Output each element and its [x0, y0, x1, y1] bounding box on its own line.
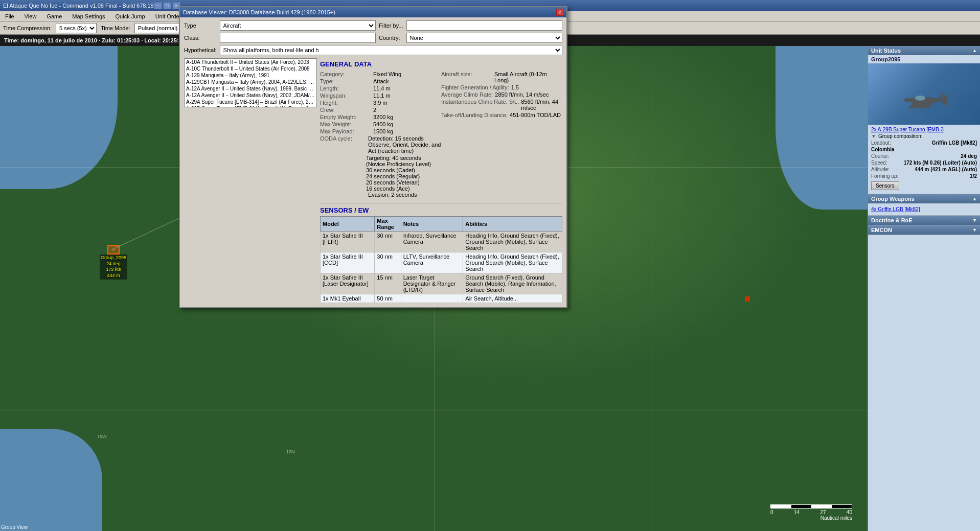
sensor-cell-abilities: Heading Info, Ground Search (Fixed), Gro…: [463, 252, 562, 273]
empty-weight-value: 3200 kg: [373, 114, 393, 120]
db-type-select[interactable]: Aircraft: [220, 20, 376, 31]
scale-seg-2: [791, 504, 811, 509]
sensors-button[interactable]: Sensors: [871, 181, 899, 190]
db-toolbar: Type Aircraft Filter by... Class: Countr…: [180, 17, 566, 58]
aircraft-list-item[interactable]: A-12A Avenger II – United States (Navy),…: [185, 85, 316, 92]
db-dialog-title: Database Viewer: DB3000 Database Build 4…: [183, 9, 556, 15]
db-hypothetical-label: Hypothetical:: [184, 47, 217, 53]
course-value: 24 deg: [961, 153, 977, 159]
aircraft-list-item[interactable]: A-29B Super Tucano [EMB-314] – Brazil (A…: [185, 105, 316, 107]
type-row: Type: Attack: [320, 78, 441, 84]
forming-row: Forming up: 1/2: [871, 173, 977, 179]
menu-file[interactable]: File: [2, 13, 17, 20]
sensor-cell-max_range: 30 nm: [375, 252, 401, 273]
db-close-button[interactable]: ×: [556, 9, 563, 16]
aircraft-list-item[interactable]: A-29A Super Tucano [EMB-314] – Brazil (A…: [185, 99, 316, 105]
db-class-label: Class:: [184, 35, 217, 41]
scale-label-27: 27: [820, 510, 826, 515]
group-weapons-chevron: ▲: [972, 196, 977, 201]
map-label-75w: 75W: [97, 434, 107, 439]
menu-map-settings[interactable]: Map Settings: [69, 13, 108, 20]
sensor-cell-max_range: 15 nm: [375, 273, 401, 294]
scale-seg-1: [770, 504, 791, 509]
db-country-select[interactable]: None: [406, 33, 562, 43]
maximize-button[interactable]: □: [163, 2, 171, 9]
group-composition-chevron[interactable]: ▼: [871, 133, 876, 139]
db-type-label: Type: [184, 22, 217, 29]
right-panel: Unit Status ▲ Group2095: [868, 46, 980, 531]
height-label: Height:: [320, 100, 371, 106]
aircraft-list-item[interactable]: A-10A Thunderbolt II – United States (Ai…: [185, 59, 316, 65]
menu-view[interactable]: View: [21, 13, 40, 20]
aircraft-list-item[interactable]: A-12A Avenger II – United States (Navy),…: [185, 92, 316, 99]
altitude-value: 444 m (421 m AGL) (Auto): [915, 167, 977, 172]
sensor-cell-model: 1x Star Safire III [FLIR]: [321, 232, 375, 252]
col-max-range: Max Range: [375, 217, 401, 232]
scale-ruler: [770, 504, 852, 509]
emcon-header[interactable]: EMCON ▼: [868, 225, 980, 235]
minimize-button[interactable]: −: [154, 2, 162, 9]
takeoff-value: 451-900m TOD/LAD: [510, 112, 561, 118]
time-compression-select[interactable]: 5 secs (5x): [56, 23, 97, 33]
scale-labels: 0 14 27 40: [770, 510, 852, 515]
aircraft-list-item[interactable]: A-129 Mangusta – Italy (Army), 1991: [185, 72, 316, 79]
ooda-detect-row: OODA cycle: Detection: 15 seconds Observ…: [320, 135, 441, 154]
group-name: Group2095: [868, 55, 980, 63]
aircraft-size-row: Aircraft size: Small Aircraft (0-12m Lon…: [441, 71, 562, 83]
group-weapons-title: Group Weapons: [871, 196, 915, 202]
unit-label: Group_209524 deg172 kts444 m: [100, 255, 127, 280]
instant-climb-label: Instantaneous Climb Rate, S/L:: [441, 99, 519, 111]
contact-marker[interactable]: [745, 296, 750, 302]
scale-bar: 0 14 27 40 Nautical miles: [770, 504, 852, 521]
sensor-cell-max_range: 30 nm: [375, 232, 401, 252]
doctrine-title: Doctrine & RoE: [871, 217, 913, 223]
group-weapons-section: Group Weapons ▲ 4x Griffin LGB [Mk82]: [868, 194, 980, 216]
ooda-ace: 16 seconds (Ace): [320, 186, 441, 192]
aircraft-list-item[interactable]: A-129CBT Mangusta – Italy (Army), 2004, …: [185, 79, 316, 85]
sensor-cell-max_range: 50 nm: [375, 294, 401, 303]
length-row: Length: 11,4 m: [320, 85, 441, 91]
speed-row: Speed: 172 kts (M 0.26) (Loiter) (Auto): [871, 160, 977, 166]
col-model: Model: [321, 217, 375, 232]
unit-status-header[interactable]: Unit Status ▲: [868, 46, 980, 55]
aircraft-silhouette-svg: [894, 84, 955, 114]
menu-quick-jump[interactable]: Quick Jump: [112, 13, 148, 20]
fighter-gen-row: Fighter Generation / Agility: 1,5: [441, 84, 562, 90]
height-row: Height: 3,9 m: [320, 100, 441, 106]
db-filter-input[interactable]: [406, 20, 562, 31]
sensor-cell-model: 1x Mk1 Eyeball: [321, 294, 375, 303]
forming-label: Forming up:: [871, 173, 898, 179]
ooda-cadet: 30 seconds (Cadet): [320, 167, 441, 173]
water-south: [0, 429, 102, 531]
climb-rate-value: 2850 ft/min, 14 m/sec: [495, 91, 549, 98]
climb-rate-row: Average Climb Rate: 2850 ft/min, 14 m/se…: [441, 91, 562, 98]
ooda-evasion-label: [320, 192, 366, 198]
category-row: Category: Fixed Wing: [320, 71, 441, 77]
db-dialog: Database Viewer: DB3000 Database Build 4…: [179, 6, 567, 308]
ooda-regular: 24 seconds (Regular): [320, 173, 441, 179]
max-weight-row: Max Weight: 5400 kg: [320, 121, 441, 127]
empty-weight-label: Empty Weight:: [320, 114, 371, 120]
unit-preview-image: [868, 63, 980, 125]
svg-point-5: [904, 98, 912, 102]
scale-seg-4: [832, 504, 852, 509]
group-weapons-header[interactable]: Group Weapons ▲: [868, 194, 980, 203]
weapons-item[interactable]: 4x Griffin LGB [Mk82]: [871, 205, 977, 213]
time-mode-label: Time Mode:: [101, 25, 130, 31]
general-data-grid: Category: Fixed Wing Type: Attack Length…: [320, 71, 562, 199]
aircraft-list-item[interactable]: A-10C Thunderbolt II – United States (Ai…: [185, 65, 316, 72]
db-hypothetical-select[interactable]: Show all platforms, both real-life and h: [220, 45, 562, 55]
menu-game[interactable]: Game: [43, 13, 65, 20]
aircraft-link[interactable]: 2x A-29B Super Tucano [EMB-3: [871, 127, 944, 132]
window-title: El Ataque Que No fue - Command v1.08 Fin…: [3, 3, 154, 9]
course-row: Course: 24 deg: [871, 153, 977, 159]
map-label-10n: 10N: [286, 449, 295, 454]
aircraft-list[interactable]: A-10A Thunderbolt II – United States (Ai…: [184, 58, 317, 107]
doctrine-header[interactable]: Doctrine & RoE ▼: [868, 216, 980, 225]
aircraft-size-label: Aircraft size:: [441, 71, 492, 83]
length-value: 11,4 m: [373, 85, 391, 91]
window-controls[interactable]: − □ ×: [154, 2, 180, 9]
type-label: Type:: [320, 78, 371, 84]
unit-marker[interactable]: ✈ Group_209524 deg172 kts444 m: [100, 245, 127, 280]
db-class-input[interactable]: [220, 33, 376, 43]
